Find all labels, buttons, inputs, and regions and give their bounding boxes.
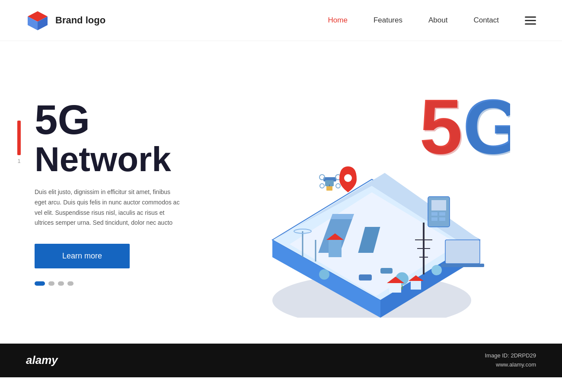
pagination-dot-2[interactable] xyxy=(48,281,54,286)
pagination xyxy=(35,281,208,286)
nav-about[interactable]: About xyxy=(428,16,447,25)
svg-rect-24 xyxy=(411,281,421,290)
svg-rect-13 xyxy=(380,268,393,274)
hamburger-menu[interactable] xyxy=(525,16,536,25)
svg-rect-7 xyxy=(329,240,342,257)
svg-rect-29 xyxy=(431,200,446,210)
logo-area: Brand logo xyxy=(26,9,105,32)
left-panel: 1 5G Network Duis elit justo, dignissim … xyxy=(0,99,208,286)
right-panel: 5 G 5 G xyxy=(208,63,536,322)
svg-rect-33 xyxy=(439,217,445,221)
heading-network: Network xyxy=(35,140,208,178)
footer: alamy Image ID: 2DRPD29 www.alamy.com xyxy=(0,344,562,377)
svg-point-35 xyxy=(319,175,325,180)
5g-illustration: 5 G 5 G xyxy=(233,67,510,318)
svg-rect-30 xyxy=(431,212,437,216)
svg-rect-22 xyxy=(389,283,401,293)
svg-rect-27 xyxy=(441,264,484,267)
main-content: 1 5G Network Duis elit justo, dignissim … xyxy=(0,41,562,344)
alamy-logo: alamy xyxy=(26,354,58,367)
svg-point-21 xyxy=(319,269,329,280)
nav-features[interactable]: Features xyxy=(374,16,402,25)
image-id-label: Image ID: 2DRPD29 xyxy=(485,351,536,360)
slide-number: 1 xyxy=(17,158,20,164)
svg-rect-26 xyxy=(445,240,480,264)
hero-description: Duis elit justo, dignissim in efficitur … xyxy=(35,187,182,228)
svg-rect-32 xyxy=(431,217,437,221)
svg-text:5: 5 xyxy=(421,84,464,171)
main-nav: Home Features About Contact xyxy=(328,16,536,25)
image-id-block: Image ID: 2DRPD29 www.alamy.com xyxy=(485,351,536,370)
svg-point-37 xyxy=(320,184,324,188)
svg-rect-40 xyxy=(326,186,332,191)
svg-point-20 xyxy=(431,265,442,275)
pagination-dot-1[interactable] xyxy=(35,281,45,286)
brand-logo-icon xyxy=(26,9,49,32)
learn-more-button[interactable]: Learn more xyxy=(35,244,130,268)
5g-illustration-svg: 5 G 5 G xyxy=(233,67,510,318)
svg-text:G: G xyxy=(464,84,510,171)
slide-bar xyxy=(17,121,21,155)
heading-5g: 5G xyxy=(35,99,208,140)
svg-rect-5 xyxy=(331,214,354,219)
pagination-dot-4[interactable] xyxy=(67,281,73,286)
nav-home[interactable]: Home xyxy=(328,16,348,25)
svg-rect-12 xyxy=(359,274,372,280)
image-url: www.alamy.com xyxy=(485,360,536,370)
svg-point-38 xyxy=(336,184,340,188)
svg-point-42 xyxy=(344,174,352,182)
slide-indicator: 1 xyxy=(17,121,21,164)
brand-logo-text: Brand logo xyxy=(55,15,105,26)
svg-rect-31 xyxy=(439,212,445,216)
pagination-dot-3[interactable] xyxy=(58,281,64,286)
header: Brand logo Home Features About Contact xyxy=(0,0,562,41)
nav-contact[interactable]: Contact xyxy=(473,16,499,25)
